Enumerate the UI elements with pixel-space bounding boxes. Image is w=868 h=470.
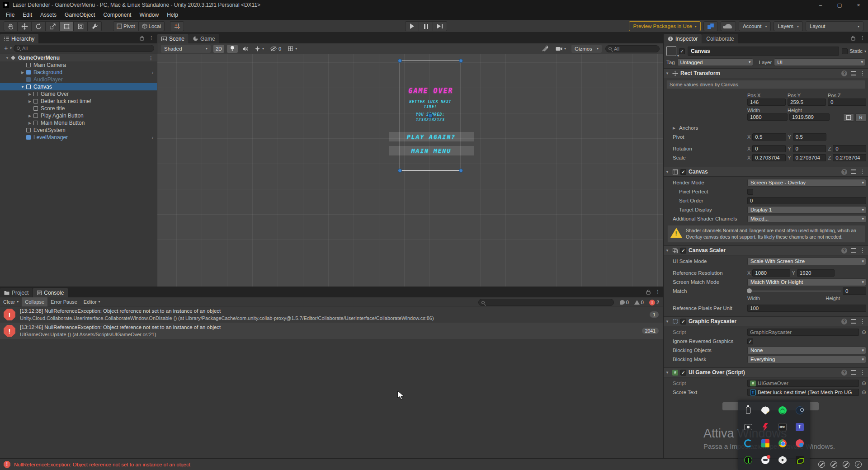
hierarchy-item[interactable]: ▶Play Again Button xyxy=(0,112,157,119)
info-count-toggle[interactable]: 0 xyxy=(618,298,631,306)
maximize-button[interactable]: ▢ xyxy=(830,0,849,10)
layer-dropdown[interactable]: UI xyxy=(774,58,865,66)
foldout-closed-icon[interactable]: ▶ xyxy=(27,92,33,96)
tab-inspector[interactable]: Inspector xyxy=(664,34,702,43)
menu-component[interactable]: Component xyxy=(99,10,135,20)
object-picker-icon[interactable]: ⊙ xyxy=(862,329,866,335)
console-search-input[interactable] xyxy=(478,299,614,306)
transform-tool-button[interactable] xyxy=(74,21,88,31)
slider-knob[interactable] xyxy=(747,288,752,293)
scene-camera-dropdown[interactable]: ▾ xyxy=(554,45,568,53)
pause-button[interactable] xyxy=(419,21,433,31)
add-gameobject-button[interactable]: ＋▾ xyxy=(3,44,12,52)
presets-icon[interactable] xyxy=(851,71,856,75)
raw-edit-mode-button[interactable]: R xyxy=(855,113,866,122)
hierarchy-item-scene[interactable]: ▼GameOverMenu⋮ xyxy=(0,54,157,61)
selection-handle[interactable] xyxy=(459,59,463,63)
help-icon[interactable]: ? xyxy=(841,248,847,254)
rotate-tool-button[interactable] xyxy=(32,21,46,31)
rotation-y-field[interactable]: 0 xyxy=(793,145,826,152)
spotify-icon[interactable] xyxy=(778,406,787,414)
foldout-closed-icon[interactable]: ▶ xyxy=(20,70,25,75)
cloud-button[interactable] xyxy=(721,21,736,31)
ignore-reversed-graphics-checkbox[interactable] xyxy=(747,338,753,344)
razer-icon[interactable] xyxy=(744,456,752,464)
reference-resolution-x-field[interactable]: 1080 xyxy=(752,269,790,277)
gameobject-name-field[interactable]: Canvas xyxy=(688,47,839,56)
scale-z-field[interactable]: 0.2703704 xyxy=(833,154,866,161)
pixel-perfect-checkbox[interactable] xyxy=(747,189,753,195)
hierarchy-item-disabled[interactable]: AudioPlayer xyxy=(0,76,157,83)
layout-dropdown[interactable]: Layout▾ xyxy=(806,21,863,31)
kebab-menu-icon[interactable]: ⋮ xyxy=(860,247,865,254)
step-button[interactable] xyxy=(433,21,447,31)
windows-defender-icon[interactable] xyxy=(761,406,769,414)
tab-console[interactable]: Console xyxy=(33,288,68,297)
photos-icon[interactable] xyxy=(796,439,804,447)
chrome-icon[interactable] xyxy=(778,439,787,447)
microsoft-teams-icon[interactable] xyxy=(796,423,804,431)
help-icon[interactable]: ? xyxy=(841,169,847,175)
component-enabled-checkbox[interactable] xyxy=(680,319,686,324)
shader-channels-dropdown[interactable]: Mixed... xyxy=(747,215,866,223)
tag-dropdown[interactable]: Untagged xyxy=(677,58,753,66)
collab-offline-icon[interactable] xyxy=(843,461,849,468)
foldout-open-icon[interactable]: ▼ xyxy=(20,85,25,89)
lightning-bolt-icon[interactable] xyxy=(761,423,769,431)
kebab-menu-icon[interactable]: ⋮ xyxy=(860,70,865,76)
presets-icon[interactable] xyxy=(851,169,856,174)
account-dropdown[interactable]: Account▾ xyxy=(739,21,771,31)
hand-tool-button[interactable] xyxy=(4,21,18,31)
hierarchy-item[interactable]: Score title xyxy=(0,105,157,112)
steam-icon[interactable] xyxy=(796,406,804,414)
custom-tool-button[interactable] xyxy=(88,21,102,31)
play-again-button-object[interactable]: PLAY AGAIN? xyxy=(389,132,474,141)
foldout-open-icon[interactable]: ▼ xyxy=(5,56,10,60)
console-log-entry[interactable]: ! [13:12:46] NullReferenceException: Obj… xyxy=(0,323,663,339)
selection-handle[interactable] xyxy=(398,59,402,63)
target-display-dropdown[interactable]: Display 1 xyxy=(747,206,866,214)
canvas-component-header[interactable]: ▼ Canvas ?⋮ xyxy=(664,167,868,177)
hierarchy-item[interactable]: ▶Game Over xyxy=(0,90,157,98)
pivot-toggle[interactable]: Pivot xyxy=(113,21,139,31)
hierarchy-item[interactable]: Main Camera xyxy=(0,61,157,69)
preview-packages-button[interactable]: Preview Packages in Use▾ xyxy=(629,21,700,31)
warning-count-toggle[interactable]: 0 xyxy=(632,298,646,306)
kebab-menu-icon[interactable]: ⋮ xyxy=(860,35,865,41)
2d-toggle[interactable]: 2D xyxy=(213,45,224,53)
pivot-handle[interactable] xyxy=(428,113,433,118)
width-field[interactable]: 1080 xyxy=(747,113,788,121)
lock-icon[interactable] xyxy=(140,35,144,41)
rubik-cube-icon[interactable] xyxy=(761,439,769,447)
rect-tool-button[interactable] xyxy=(60,21,74,31)
hierarchy-item[interactable]: EventSystem xyxy=(0,127,157,134)
audio-toggle[interactable] xyxy=(241,45,250,53)
effects-dropdown[interactable]: ▾ xyxy=(253,45,266,53)
grid-visibility-dropdown[interactable]: ▾ xyxy=(286,45,299,53)
error-count-toggle[interactable]: !2 xyxy=(647,298,661,306)
pos-x-field[interactable]: 146 xyxy=(747,99,786,106)
layers-dropdown[interactable]: Layers▾ xyxy=(774,21,803,31)
gizmos-dropdown[interactable]: Gizmos▾ xyxy=(571,45,602,53)
discord-icon[interactable] xyxy=(761,456,769,464)
hidden-objects-toggle[interactable]: 0 xyxy=(269,45,283,53)
play-button[interactable] xyxy=(405,21,419,31)
tab-scene[interactable]: Scene xyxy=(157,34,189,43)
selection-handle[interactable] xyxy=(459,169,463,173)
tab-game[interactable]: Game xyxy=(189,34,219,43)
usb-device-icon[interactable] xyxy=(746,407,750,414)
rotation-x-field[interactable]: 0 xyxy=(752,145,786,152)
component-enabled-checkbox[interactable] xyxy=(680,248,686,254)
cache-server-disabled-icon[interactable] xyxy=(830,461,837,468)
hierarchy-item-selected[interactable]: ▼Canvas xyxy=(0,83,157,90)
reference-pixels-per-unit-field[interactable]: 100 xyxy=(747,305,866,312)
kebab-menu-icon[interactable]: ⋮ xyxy=(149,56,153,61)
scene-viewport[interactable]: GAME OVER BETTER LUCK NEXTTIME! YOU SCOR… xyxy=(157,54,663,287)
network-swirl-icon[interactable] xyxy=(744,439,752,447)
kebab-menu-icon[interactable]: ⋮ xyxy=(860,369,865,376)
menu-window[interactable]: Window xyxy=(135,10,163,20)
foldout-closed-icon[interactable]: ▶ xyxy=(27,114,33,118)
height-field[interactable]: 1919.589 xyxy=(789,113,830,121)
blueprint-mode-button[interactable] xyxy=(843,113,854,122)
minimize-button[interactable]: – xyxy=(811,0,830,10)
